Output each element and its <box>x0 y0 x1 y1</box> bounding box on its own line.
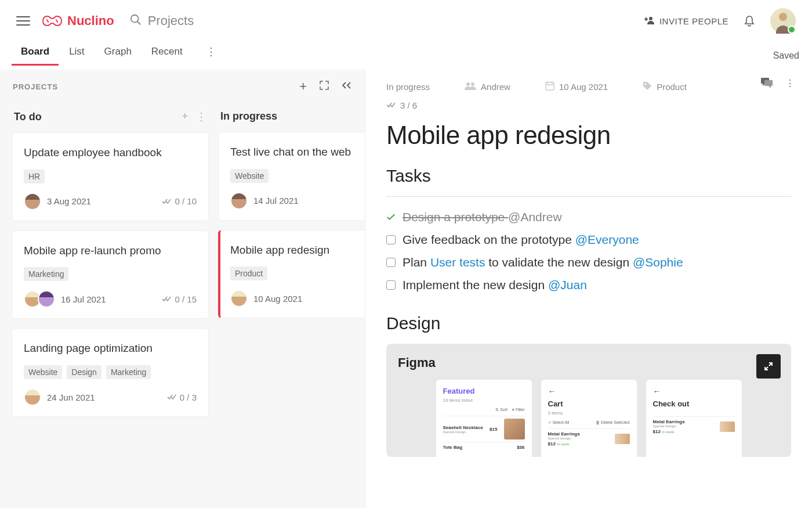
embed-title: Figma <box>398 355 780 370</box>
mockup-checkout: ← Check out Metal Earrings Special Desig… <box>646 380 742 457</box>
avatar <box>24 193 41 210</box>
svg-line-1 <box>137 21 140 25</box>
board-card[interactable]: Test live chat on the web Website 14 Jul… <box>218 132 365 221</box>
svg-point-7 <box>466 82 470 86</box>
board-card[interactable]: Update employee handbook HR 3 Aug 2021 0… <box>12 132 209 221</box>
card-progress: 0 / 10 <box>162 196 197 206</box>
svg-point-8 <box>471 82 474 86</box>
card-date: 10 Aug 2021 <box>253 294 302 304</box>
add-card-icon[interactable]: + <box>182 110 188 123</box>
card-tag: Design <box>67 365 102 379</box>
menu-icon[interactable] <box>16 14 30 28</box>
product-thumb <box>615 434 630 444</box>
card-date: 24 Jun 2021 <box>47 392 95 402</box>
meta-status[interactable]: In progress <box>386 82 430 92</box>
divider <box>386 196 791 197</box>
mention[interactable]: @Andrew <box>508 210 562 224</box>
search-icon <box>129 13 142 28</box>
bell-icon[interactable] <box>744 15 755 27</box>
avatar <box>230 290 248 307</box>
avatar <box>38 290 55 308</box>
mockup-featured: Featured 18 items listed ⇅ Sort ▾ Filter… <box>436 380 532 457</box>
tab-board[interactable]: Board <box>21 46 49 66</box>
board-column: In progress Test live chat on the web We… <box>218 105 365 426</box>
product-thumb <box>504 419 525 439</box>
card-tag: Website <box>24 365 62 379</box>
svg-rect-6 <box>764 80 773 86</box>
card-progress: 0 / 3 <box>167 392 197 402</box>
meta-tag[interactable]: Product <box>643 81 687 92</box>
header: Nuclino Projects INVITE PEOPLE <box>0 0 812 42</box>
add-item-icon[interactable]: + <box>299 79 307 94</box>
card-tag: HR <box>24 170 45 183</box>
card-tag: Marketing <box>106 365 151 379</box>
svg-rect-4 <box>646 17 647 21</box>
avatar <box>230 192 248 210</box>
calendar-icon <box>545 81 554 92</box>
card-date: 14 Jul 2021 <box>253 196 299 206</box>
tab-recent[interactable]: Recent <box>151 46 183 66</box>
comments-icon[interactable] <box>761 78 773 91</box>
collapse-icon[interactable] <box>342 81 352 92</box>
checklist-icon <box>386 100 396 110</box>
tasks-heading: Tasks <box>386 166 791 186</box>
product-thumb <box>720 421 735 432</box>
expand-icon[interactable] <box>320 81 329 92</box>
more-icon[interactable]: ⋮ <box>785 78 795 91</box>
search-bar[interactable]: Projects <box>129 13 194 28</box>
card-tag: Product <box>230 266 267 280</box>
meta-date[interactable]: 10 Aug 2021 <box>545 81 608 92</box>
mention[interactable]: @Sophie <box>633 255 683 269</box>
fullscreen-icon[interactable] <box>756 354 781 379</box>
board-column: To do+⋮ Update employee handbook HR 3 Au… <box>12 105 209 426</box>
card-tag: Marketing <box>24 267 68 281</box>
tabs-more-icon[interactable]: ⋮ <box>206 45 216 66</box>
detail-title[interactable]: Mobile app redesign <box>386 121 791 150</box>
task-item[interactable]: Design a prototype @Andrew <box>386 206 791 229</box>
board-card[interactable]: Mobile app re-launch promo Marketing 16 … <box>12 230 209 319</box>
task-item[interactable]: Implement the new design @Juan <box>386 274 791 297</box>
card-progress: 0 / 15 <box>162 294 197 304</box>
board-area: PROJECTS + To do+⋮ Update employee handb… <box>0 70 365 508</box>
svg-rect-9 <box>546 82 554 90</box>
avatar <box>24 388 41 406</box>
save-status: Saved <box>773 51 799 61</box>
view-tabs-row: Board List Graph Recent ⋮ Saved <box>0 42 812 70</box>
meta-progress: 3 / 6 <box>386 100 791 110</box>
mockup-row: Featured 18 items listed ⇅ Sort ▾ Filter… <box>398 380 780 457</box>
task-list: Design a prototype @AndrewGive feedback … <box>386 206 791 296</box>
search-label: Projects <box>148 13 194 28</box>
task-link[interactable]: User tests <box>430 255 485 269</box>
people-icon <box>465 82 476 92</box>
checkbox-checked-icon[interactable] <box>386 212 396 222</box>
meta-assignee[interactable]: Andrew <box>465 82 510 92</box>
column-title: In progress <box>220 110 277 123</box>
detail-pane: ⋮ In progress Andrew 10 Aug 2021 <box>365 70 812 508</box>
figma-embed[interactable]: Figma Featured 18 items listed ⇅ Sort ▾ … <box>386 344 791 457</box>
invite-people-button[interactable]: INVITE PEOPLE <box>644 16 728 27</box>
user-avatar[interactable] <box>770 8 796 34</box>
card-title: Test live chat on the web <box>230 145 365 160</box>
mention[interactable]: @Juan <box>548 278 587 291</box>
column-title: To do <box>14 111 42 123</box>
card-title: Landing page optimization <box>24 341 197 356</box>
checkbox-icon[interactable] <box>386 258 396 267</box>
back-arrow-icon: ← <box>653 387 735 396</box>
board-title: PROJECTS <box>13 82 58 91</box>
brand-logo[interactable]: Nuclino <box>42 13 114 28</box>
task-item[interactable]: Plan User tests to validate the new desi… <box>386 251 791 274</box>
card-date: 16 Jul 2021 <box>61 294 106 304</box>
checkbox-icon[interactable] <box>386 235 396 244</box>
card-title: Mobile app redesign <box>230 243 365 258</box>
checkbox-icon[interactable] <box>386 280 396 290</box>
card-title: Update employee handbook <box>24 146 197 160</box>
tab-list[interactable]: List <box>69 46 84 66</box>
board-card[interactable]: Mobile app redesign Product 10 Aug 2021 <box>218 230 365 319</box>
card-date: 3 Aug 2021 <box>47 196 91 206</box>
mention[interactable]: @Everyone <box>575 233 639 246</box>
board-card[interactable]: Landing page optimization WebsiteDesignM… <box>12 328 209 417</box>
svg-point-13 <box>645 84 647 85</box>
tab-graph[interactable]: Graph <box>104 46 132 66</box>
column-more-icon[interactable]: ⋮ <box>196 110 206 123</box>
task-item[interactable]: Give feedback on the prototype @Everyone <box>386 229 791 251</box>
